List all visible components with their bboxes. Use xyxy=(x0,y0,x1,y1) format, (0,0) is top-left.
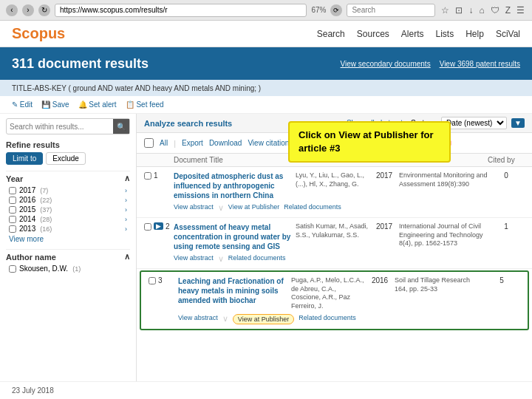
year-2017-expand[interactable]: › xyxy=(125,187,127,194)
result-2-checkbox[interactable] xyxy=(144,223,151,231)
author-skousen-label: Skousen, D.W. xyxy=(19,265,68,273)
set-feed-button[interactable]: 📋 Set feed xyxy=(126,100,164,109)
col-cited: Cited by xyxy=(488,156,525,164)
result-3-cited: 5 xyxy=(483,276,520,284)
all-dropdown[interactable]: All xyxy=(160,139,168,147)
nav-lists[interactable]: Lists xyxy=(436,29,454,39)
result-1-checkbox[interactable] xyxy=(144,172,151,180)
result-1-year: 2017 xyxy=(369,171,399,180)
year-2016-checkbox[interactable] xyxy=(9,197,16,204)
year-2017-label: 2017 xyxy=(19,186,35,194)
reload-button[interactable]: ⟳ xyxy=(330,4,342,16)
result-3-related-docs[interactable]: Related documents xyxy=(299,314,356,324)
nav-alerts[interactable]: Alerts xyxy=(401,29,424,39)
main-content: 🔍 Refine results Limit to Exclude Year ∧… xyxy=(0,114,532,381)
download-icon[interactable]: ↓ xyxy=(467,5,474,16)
nav-search[interactable]: Search xyxy=(317,29,345,39)
year-collapse-icon: ∧ xyxy=(124,174,130,183)
url-bar[interactable] xyxy=(55,4,307,17)
sort-go-button[interactable]: ▼ xyxy=(511,118,525,128)
result-2-related-docs[interactable]: Related documents xyxy=(228,254,286,264)
result-3-num: 3 xyxy=(149,276,178,284)
nav-help[interactable]: Help xyxy=(466,29,484,39)
sort-select[interactable]: Date (newest) xyxy=(441,117,507,129)
result-1-view-at-publisher[interactable]: View at Publisher xyxy=(228,203,279,213)
exclude-button[interactable]: Exclude xyxy=(46,152,86,165)
shield-icon[interactable]: 🛡 xyxy=(489,5,501,16)
refresh-button[interactable]: ↻ xyxy=(38,4,50,16)
limit-to-button[interactable]: Limit to xyxy=(6,152,43,165)
author-skousen-checkbox[interactable] xyxy=(9,265,16,273)
year-2013-expand[interactable]: › xyxy=(125,225,127,233)
year-2016-expand[interactable]: › xyxy=(125,197,127,204)
filter-item-2017: 2017 (7) › xyxy=(6,185,130,195)
query-bar: TITLE-ABS-KEY ( ground AND water AND hea… xyxy=(0,80,532,96)
result-3-view-at-publisher[interactable]: View at Publisher xyxy=(233,314,294,324)
nav-sources[interactable]: Sources xyxy=(357,29,389,39)
save-button[interactable]: 💾 Save xyxy=(41,100,69,109)
filter-item-2013: 2013 (16) › xyxy=(6,224,130,233)
home-icon[interactable]: ⌂ xyxy=(477,5,485,16)
select-all-checkbox[interactable] xyxy=(144,138,154,148)
result-row-2: ▶ 2 Assessment of heavy metal concentrat… xyxy=(144,222,525,251)
set-alert-button[interactable]: 🔔 Set alert xyxy=(78,100,117,109)
save-page-icon[interactable]: ⊡ xyxy=(454,5,464,16)
col-select xyxy=(144,156,174,164)
year-2014-expand[interactable]: › xyxy=(125,216,127,223)
search-within-button[interactable]: 🔍 xyxy=(113,119,129,134)
year-2017-checkbox[interactable] xyxy=(9,187,16,194)
results-links: View secondary documents View 3698 paten… xyxy=(341,60,520,68)
result-2-year: 2017 xyxy=(369,222,399,231)
sidebar: 🔍 Refine results Limit to Exclude Year ∧… xyxy=(0,114,137,381)
year-view-more[interactable]: View more xyxy=(6,233,130,245)
search-bar[interactable] xyxy=(347,4,435,17)
download-button[interactable]: Download xyxy=(209,139,242,147)
year-2015-expand[interactable]: › xyxy=(125,206,127,214)
filter-item-skousen: Skousen, D.W. (1) xyxy=(6,264,130,273)
author-filter-header[interactable]: Author name ∧ xyxy=(6,249,130,264)
year-2016-label: 2016 xyxy=(19,196,35,204)
author-filter-label: Author name xyxy=(6,253,56,262)
year-2014-checkbox[interactable] xyxy=(9,216,16,223)
secondary-docs-link[interactable]: View secondary documents xyxy=(341,60,431,68)
search-within: 🔍 xyxy=(6,118,130,134)
result-row-1: 1 Deposited atmospheric dust as influenc… xyxy=(144,171,525,200)
edit-button[interactable]: ✎ Edit xyxy=(12,100,33,109)
result-3-title[interactable]: Leaching and Fractionation of heavy meta… xyxy=(178,276,291,305)
year-filter: Year ∧ 2017 (7) › 2016 (22) › 2015 (37) … xyxy=(6,171,130,245)
back-button[interactable]: ‹ xyxy=(6,4,18,16)
zotero-icon[interactable]: Z xyxy=(504,5,512,16)
filter-item-2015: 2015 (37) › xyxy=(6,205,130,214)
menu-icon[interactable]: ☰ xyxy=(515,5,526,16)
callout-box: Click on View at Publisher for article #… xyxy=(288,121,451,163)
export-button[interactable]: Export xyxy=(182,139,203,147)
result-1-view-abstract[interactable]: View abstract xyxy=(174,203,214,213)
year-2015-checkbox[interactable] xyxy=(9,206,16,214)
search-within-input[interactable] xyxy=(7,123,113,131)
result-2-authors: Satish Kumar, M., Asadi, S.S., Yulakumar… xyxy=(296,222,369,239)
result-item-1: 1 Deposited atmospheric dust as influenc… xyxy=(137,167,532,218)
nav-scival[interactable]: SciVal xyxy=(496,29,520,39)
refine-label: Refine results xyxy=(6,140,130,149)
result-1-title[interactable]: Deposited atmospheric dust as influenced… xyxy=(174,171,296,200)
action-toolbar: ✎ Edit 💾 Save 🔔 Set alert 📋 Set feed xyxy=(0,96,532,114)
year-2013-checkbox[interactable] xyxy=(9,225,16,233)
patent-results-link[interactable]: View 3698 patent results xyxy=(440,60,520,68)
result-2-title[interactable]: Assessment of heavy metal concentration … xyxy=(174,222,296,251)
result-row-3: 3 Leaching and Fractionation of heavy me… xyxy=(149,276,520,311)
year-filter-header[interactable]: Year ∧ xyxy=(6,171,130,185)
filter-item-2014: 2014 (28) › xyxy=(6,214,130,224)
result-3-checkbox[interactable] xyxy=(149,277,156,284)
analyze-link[interactable]: Analyze search results xyxy=(144,119,232,128)
star-icon[interactable]: ☆ xyxy=(440,5,451,16)
result-2-num: ▶ 2 xyxy=(144,222,174,231)
col-title: Document Title xyxy=(174,156,296,164)
result-3-source: Soil and Tillage Research 164, pp. 25-33 xyxy=(395,276,483,293)
forward-button[interactable]: › xyxy=(22,4,34,16)
result-1-cited: 0 xyxy=(488,171,525,180)
result-1-related-docs[interactable]: Related documents xyxy=(284,203,341,213)
result-2-view-abstract[interactable]: View abstract xyxy=(174,254,214,264)
result-3-view-abstract[interactable]: View abstract xyxy=(178,314,218,324)
query-text: TITLE-ABS-KEY ( ground AND water AND hea… xyxy=(12,84,261,92)
year-2014-label: 2014 xyxy=(19,215,35,223)
